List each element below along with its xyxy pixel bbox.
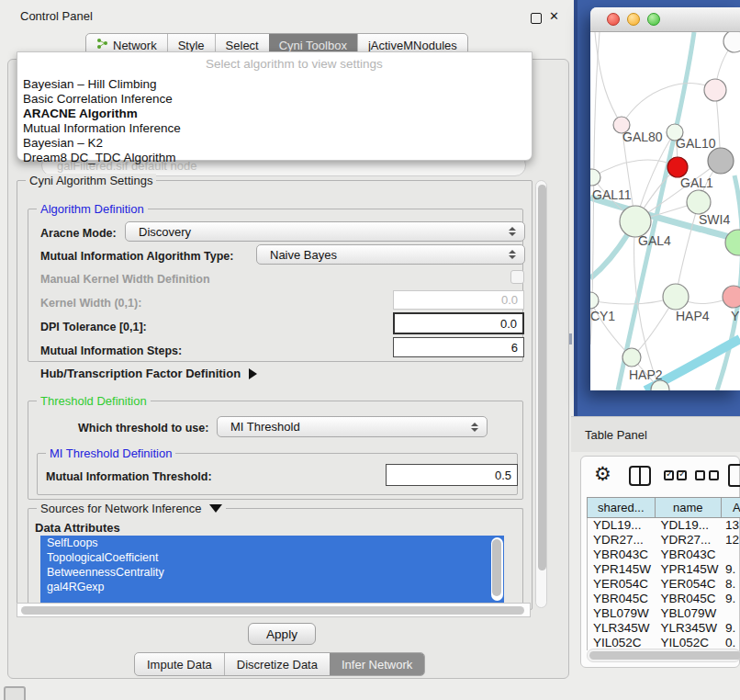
mi-algorithm-type-value: Naive Bayes [257, 248, 509, 262]
deselect-checkboxes-icon[interactable] [695, 470, 719, 480]
sources-group-header[interactable]: Sources for Network Inference [37, 502, 226, 515]
table-row[interactable]: YDR27... YDR27... 12 [588, 533, 740, 548]
data-attributes-list[interactable]: SelfLoops TopologicalCoefficient Between… [40, 536, 504, 603]
kernel-width-label: Kernel Width (0,1): [40, 297, 141, 310]
column-header-name[interactable]: name [656, 498, 723, 517]
float-panel-icon[interactable] [531, 13, 542, 24]
algorithm-option[interactable]: Mutual Information Inference [21, 121, 528, 136]
attribute-item-selected[interactable]: BetweennessCentrality [40, 565, 504, 580]
expanded-arrow-icon[interactable] [209, 504, 222, 513]
algorithm-option-selected[interactable]: ARACNE Algorithm [21, 107, 528, 121]
tab-network-label: Network [113, 39, 157, 52]
zoom-window-icon[interactable] [647, 13, 660, 26]
tab-infer-network-label: Infer Network [342, 658, 412, 672]
close-panel-icon[interactable]: ✕ [549, 10, 559, 22]
hub-definition-section[interactable]: Hub/Transcription Factor Definition [40, 367, 257, 380]
algorithm-option[interactable]: Bayesian – K2 [21, 136, 528, 151]
cell-col3: 8. [722, 577, 740, 592]
manual-kernel-checkbox[interactable] [510, 270, 524, 284]
algorithm-option[interactable]: Basic Correlation Inference [21, 92, 528, 107]
algorithm-option[interactable]: Bayesian – Hill Climbing [21, 77, 528, 92]
dpi-tolerance-label: DPI Tolerance [0,1]: [40, 321, 147, 333]
column-header-shared[interactable]: shared... [588, 498, 656, 517]
settings-horizontal-scrollbar-thumb[interactable] [21, 606, 524, 615]
hub-definition-label: Hub/Transcription Factor Definition [40, 367, 241, 380]
select-all-checkboxes-icon[interactable] [664, 470, 687, 480]
node-label-y: Y [731, 309, 740, 323]
cell-col3: 12 [722, 533, 740, 548]
mi-threshold-field[interactable]: 0.5 [386, 464, 518, 486]
attributes-scrollbar[interactable] [491, 537, 503, 601]
splitter-handle[interactable] [569, 333, 572, 344]
which-threshold-combo[interactable]: MI Threshold [217, 416, 488, 437]
table-panel-titlebar: Table Panel [571, 416, 740, 452]
settings-vertical-scrollbar[interactable] [535, 180, 547, 608]
table-panel-card: ⚙ shared... name A YDL19... YDL19... 13 … [580, 456, 740, 668]
gear-icon[interactable]: ⚙ [594, 464, 611, 483]
control-panel-title: Control Panel [20, 9, 93, 23]
collapsed-arrow-icon[interactable] [249, 368, 257, 379]
table-row[interactable]: YBL079W YBL079W [588, 606, 740, 621]
attribute-item-selected[interactable]: SelfLoops [40, 536, 504, 550]
close-window-icon[interactable] [607, 13, 620, 26]
mi-algorithm-type-label: Mutual Information Algorithm Type: [40, 250, 233, 263]
table-panel-title: Table Panel [585, 428, 647, 442]
attribute-item-selected[interactable]: gal4RGexp [40, 580, 504, 594]
table-row[interactable]: YER054C YER054C 8. [588, 577, 740, 592]
kernel-width-value: 0.0 [501, 293, 518, 307]
table-horizontal-scrollbar-thumb[interactable] [589, 651, 740, 660]
file-icon[interactable] [728, 464, 740, 487]
network-view-window[interactable]: GAL80 GAL10 GAL11 GAL1 SWI4 GAL4 GCY1 HA… [590, 7, 740, 390]
apply-button[interactable]: Apply [248, 623, 316, 645]
network-graph: GAL80 GAL10 GAL11 GAL1 SWI4 GAL4 GCY1 HA… [590, 32, 740, 390]
attributes-scrollbar-thumb[interactable] [492, 539, 501, 596]
mi-steps-label: Mutual Information Steps: [40, 344, 182, 357]
tab-impute-data[interactable]: Impute Data [135, 653, 224, 675]
network-window-titlebar[interactable] [590, 7, 740, 32]
cyni-algorithm-settings-title: Cyni Algorithm Settings [26, 174, 156, 187]
cell-shared: YBR043C [588, 548, 656, 562]
sources-group-title: Sources for Network Inference [40, 502, 202, 515]
algorithm-option[interactable]: Dream8 DC_TDC Algorithm [21, 151, 528, 165]
cell-name: YLR345W [656, 621, 723, 636]
collapsed-panel-icon[interactable] [4, 686, 26, 700]
combo-stepper-icon [509, 227, 516, 236]
tab-infer-network[interactable]: Infer Network [330, 653, 424, 675]
mi-steps-field[interactable]: 6 [393, 337, 524, 357]
attribute-item-partial[interactable] [40, 594, 504, 603]
kernel-width-field[interactable]: 0.0 [393, 290, 524, 310]
mi-algorithm-type-combo[interactable]: Naive Bayes [256, 244, 525, 265]
table-row[interactable]: YBR045C YBR045C 9. [588, 592, 740, 606]
table-horizontal-scrollbar[interactable] [587, 649, 740, 662]
table-row[interactable]: YLR345W YLR345W 9. [588, 621, 740, 636]
tab-jactivemnodules-label: jActiveMNodules [368, 39, 457, 52]
cell-name: YBR043C [656, 548, 723, 562]
node-label-hap4: HAP4 [676, 309, 710, 323]
cell-col3 [722, 606, 740, 621]
dpi-tolerance-field[interactable]: 0.0 [393, 312, 524, 334]
settings-vertical-scrollbar-thumb[interactable] [538, 185, 546, 570]
network-canvas[interactable]: GAL80 GAL10 GAL11 GAL1 SWI4 GAL4 GCY1 HA… [590, 32, 740, 390]
attribute-item-selected[interactable]: TopologicalCoefficient [40, 550, 504, 565]
cell-col3 [722, 548, 740, 562]
settings-horizontal-scrollbar[interactable] [17, 603, 531, 617]
node-label-swi4: SWI4 [699, 212, 730, 227]
minimize-window-icon[interactable] [627, 13, 640, 26]
node-label-gal10: GAL10 [676, 136, 716, 151]
column-header-partial[interactable]: A [722, 498, 740, 517]
table-body[interactable]: YDL19... YDL19... 13 YDR27... YDR27... 1… [587, 518, 740, 650]
aracne-mode-combo[interactable]: Discovery [125, 221, 525, 242]
table-row[interactable]: YBR043C YBR043C [588, 548, 740, 562]
tab-cyni-toolbox-label: Cyni Toolbox [279, 39, 347, 52]
app-root: Control Panel ✕ Network Style Select Cyn… [0, 0, 740, 700]
tab-discretize-data[interactable]: Discretize Data [224, 653, 330, 675]
table-row[interactable]: YPR145W YPR145W 9. [588, 562, 740, 577]
cell-col3: 9. [722, 621, 740, 636]
cell-shared: YDL19... [588, 518, 656, 533]
tab-impute-data-label: Impute Data [147, 658, 212, 672]
threshold-definition-title: Threshold Definition [37, 394, 151, 408]
table-header-row: shared... name A [587, 497, 740, 518]
dpi-tolerance-value: 0.0 [500, 317, 517, 331]
split-columns-icon[interactable] [629, 466, 651, 486]
table-row[interactable]: YDL19... YDL19... 13 [588, 518, 740, 533]
